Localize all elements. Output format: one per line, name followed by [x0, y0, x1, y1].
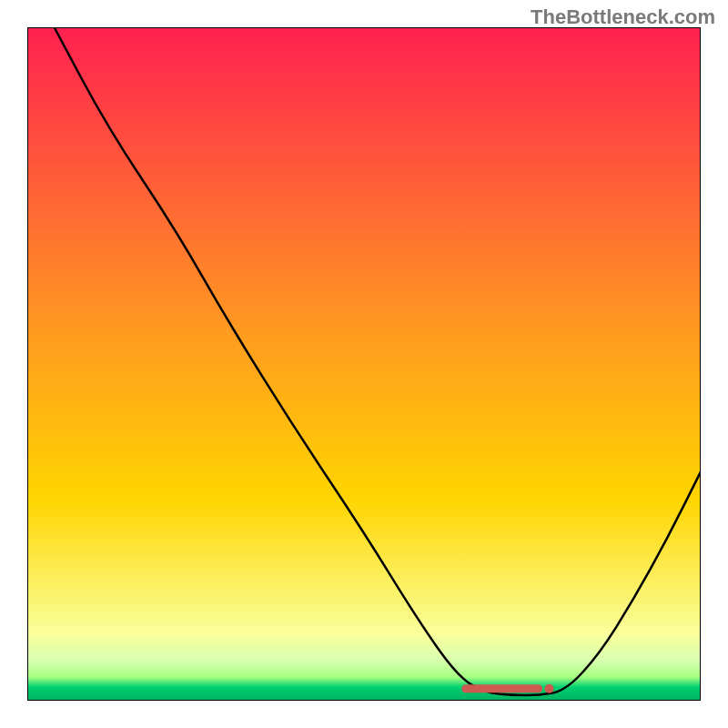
marker-end-dot	[545, 684, 554, 693]
marker-band	[461, 684, 542, 693]
attribution-text: TheBottleneck.com	[531, 5, 715, 29]
optimal-range-marker	[461, 684, 553, 693]
bottleneck-chart	[27, 27, 701, 701]
chart-svg	[27, 27, 701, 701]
chart-background	[27, 27, 701, 701]
